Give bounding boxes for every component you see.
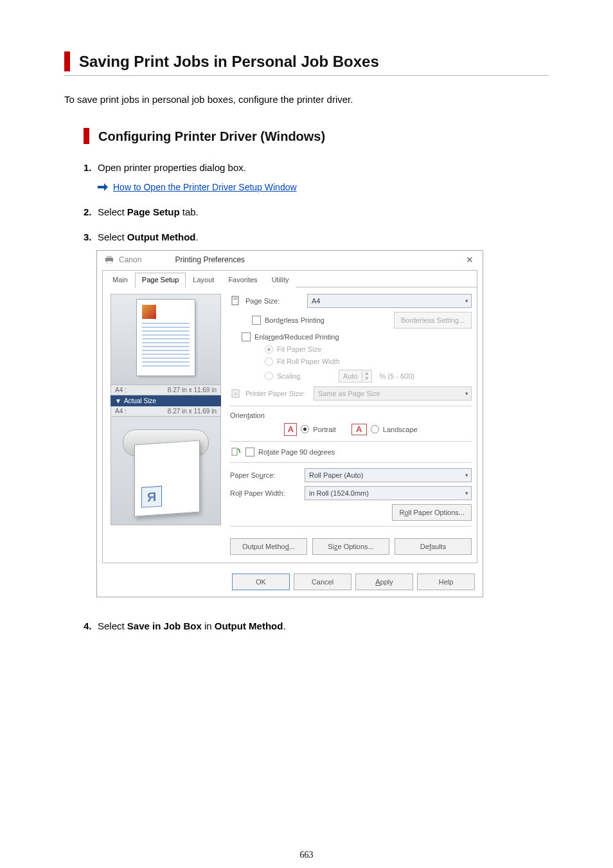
svg-rect-6 bbox=[233, 298, 237, 298]
landscape-radio[interactable] bbox=[371, 425, 379, 433]
scaling-value: Auto bbox=[339, 372, 362, 380]
step-number: 1. bbox=[84, 162, 98, 192]
dialog-brand: Canon bbox=[119, 255, 141, 264]
printer-icon bbox=[103, 255, 115, 265]
orientation-label: Orientation bbox=[230, 411, 265, 419]
landscape-label: Landscape bbox=[383, 426, 418, 433]
step-number: 4. bbox=[84, 620, 98, 631]
preview-a4-label: A4 : bbox=[115, 386, 127, 393]
actual-size-label: Actual Size bbox=[124, 397, 156, 404]
enlarged-checkbox[interactable] bbox=[242, 332, 251, 341]
fit-paper-radio bbox=[265, 345, 273, 354]
scaling-spinner: Auto ▲▼ bbox=[339, 370, 372, 383]
page-size-icon bbox=[230, 296, 242, 306]
svg-text:A: A bbox=[234, 391, 238, 397]
size-options-button[interactable]: Size Options... bbox=[312, 538, 389, 555]
roll-paper-options-button[interactable]: Roll Paper Options... bbox=[392, 504, 472, 521]
defaults-button[interactable]: Defaults bbox=[395, 538, 472, 555]
step-4-bold2: Output Method bbox=[215, 620, 283, 631]
rotate-label: Rotate Page 90 degrees bbox=[258, 448, 335, 456]
svg-rect-0 bbox=[98, 186, 104, 188]
page-preview-top bbox=[111, 294, 221, 385]
step-4: 4. Select Save in Job Box in Output Meth… bbox=[84, 620, 549, 631]
close-icon[interactable]: ✕ bbox=[463, 255, 476, 265]
step-number: 2. bbox=[84, 206, 98, 217]
svg-rect-5 bbox=[232, 296, 238, 305]
tab-favorites[interactable]: Favorites bbox=[221, 273, 264, 288]
tab-page-setup[interactable]: Page Setup bbox=[135, 273, 186, 288]
printer-paper-value: Same as Page Size bbox=[318, 390, 380, 397]
preview-dims: 8.27 in x 11.69 in bbox=[168, 386, 217, 393]
printer-paper-label: Printer Paper Size: bbox=[245, 390, 310, 397]
cancel-button[interactable]: Cancel bbox=[294, 574, 351, 590]
step-2-post: tab. bbox=[180, 206, 199, 217]
step-number: 3. bbox=[84, 231, 98, 242]
ok-button[interactable]: OK bbox=[232, 574, 290, 590]
fit-paper-label: Fit Paper Size bbox=[277, 345, 321, 353]
page-size-label: Page Size: bbox=[245, 297, 303, 305]
roll-width-value: in Roll (1524.0mm) bbox=[309, 489, 369, 497]
help-button[interactable]: Help bbox=[417, 574, 475, 590]
tab-layout[interactable]: Layout bbox=[186, 273, 221, 288]
printer-paper-combo: Same as Page Size ▾ bbox=[314, 386, 472, 401]
step-3: 3. Select Output Method. bbox=[84, 231, 549, 242]
preview-label-bottom: A4 : 8.27 in x 11.69 in bbox=[111, 406, 221, 417]
enlarged-label: Enlarged/Reduced Printing bbox=[254, 333, 339, 341]
chevron-down-icon: ▾ bbox=[465, 490, 468, 496]
step-4-post: . bbox=[283, 620, 285, 631]
heading-1-text: Saving Print Jobs in Personal Job Boxes bbox=[79, 51, 379, 71]
accent-bar bbox=[64, 51, 70, 71]
svg-rect-3 bbox=[107, 256, 112, 258]
intro-text: To save print jobs in personal job boxes… bbox=[64, 94, 549, 105]
rotate-icon bbox=[230, 447, 242, 457]
roll-width-label: Roll Paper Width: bbox=[230, 489, 301, 497]
fit-roll-radio bbox=[265, 357, 273, 366]
portrait-radio[interactable] bbox=[301, 425, 309, 433]
output-method-button[interactable]: Output Method... bbox=[230, 538, 307, 555]
step-2-pre: Select bbox=[98, 206, 127, 217]
scaling-range: % (5 - 600) bbox=[380, 372, 414, 380]
svg-rect-10 bbox=[232, 448, 237, 455]
step-2-bold: Page Setup bbox=[127, 206, 180, 217]
chevron-down-icon: ▾ bbox=[465, 298, 468, 304]
fit-roll-label: Fit Roll Paper Width bbox=[277, 357, 340, 365]
dialog-title: Printing Preferences bbox=[175, 255, 245, 264]
svg-marker-1 bbox=[104, 183, 108, 191]
down-arrow-icon: ▼ bbox=[115, 397, 121, 404]
step-4-mid: in bbox=[202, 620, 215, 631]
svg-rect-4 bbox=[107, 261, 112, 264]
setup-window-link[interactable]: How to Open the Printer Driver Setup Win… bbox=[113, 182, 297, 192]
dialog-tabs: Main Page Setup Layout Favorites Utility bbox=[103, 271, 477, 287]
borderless-label: Borderless Printing bbox=[265, 316, 324, 324]
svg-marker-11 bbox=[239, 452, 240, 453]
step-1-text: Open printer properties dialog box. bbox=[98, 162, 246, 173]
scaling-label: Scaling bbox=[277, 372, 335, 380]
landscape-icon: A bbox=[351, 424, 367, 435]
apply-button[interactable]: Apply bbox=[355, 574, 413, 590]
tab-utility[interactable]: Utility bbox=[265, 273, 296, 288]
step-4-pre: Select bbox=[98, 620, 127, 631]
scaling-radio bbox=[265, 372, 273, 380]
tab-main[interactable]: Main bbox=[105, 273, 135, 288]
preview-a4-label-2: A4 : bbox=[115, 408, 127, 415]
dialog-titlebar: Canon Printing Preferences ✕ bbox=[97, 251, 483, 267]
borderless-checkbox[interactable] bbox=[252, 316, 261, 325]
heading-2: Configuring Printer Driver (Windows) bbox=[84, 128, 549, 144]
page-size-combo[interactable]: A4 ▾ bbox=[307, 294, 472, 308]
heading-1: Saving Print Jobs in Personal Job Boxes bbox=[64, 51, 549, 76]
heading-2-text: Configuring Printer Driver (Windows) bbox=[98, 128, 325, 144]
step-1: 1. Open printer properties dialog box. H… bbox=[84, 162, 549, 192]
page-size-value: A4 bbox=[312, 297, 320, 305]
svg-rect-7 bbox=[233, 299, 237, 300]
printing-preferences-dialog: Canon Printing Preferences ✕ Main Page S… bbox=[96, 250, 483, 597]
portrait-label: Portrait bbox=[313, 426, 335, 433]
step-4-bold1: Save in Job Box bbox=[127, 620, 202, 631]
step-2: 2. Select Page Setup tab. bbox=[84, 206, 549, 217]
accent-bar bbox=[84, 128, 89, 144]
portrait-icon: A bbox=[284, 423, 297, 436]
paper-source-combo[interactable]: Roll Paper (Auto) ▾ bbox=[305, 468, 472, 482]
paper-source-label: Paper Source: bbox=[230, 471, 301, 479]
roll-width-combo[interactable]: in Roll (1524.0mm) ▾ bbox=[305, 486, 472, 500]
rotate-checkbox[interactable] bbox=[245, 448, 254, 457]
dialog-footer: OK Cancel Apply Help bbox=[97, 568, 483, 597]
